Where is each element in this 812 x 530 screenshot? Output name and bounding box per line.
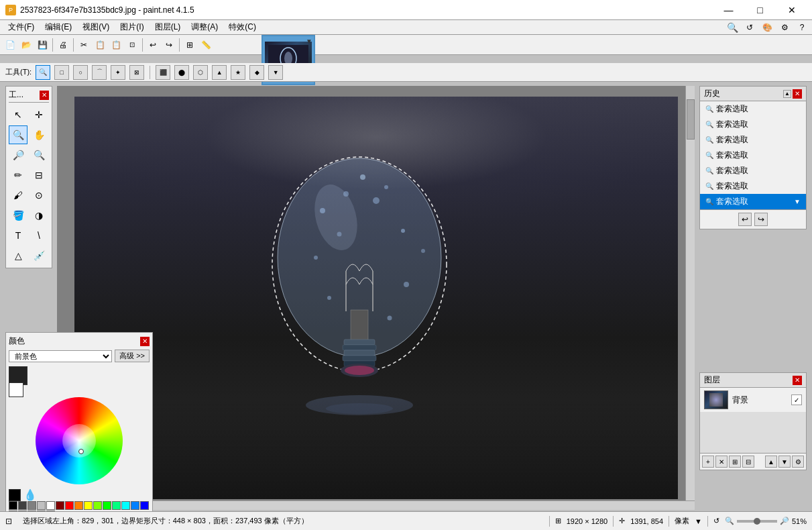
shape-circ-btn[interactable]: ⬤ bbox=[174, 65, 189, 80]
duplicate-layer-btn[interactable]: ⊞ bbox=[729, 456, 741, 468]
lasso-select-btn[interactable]: ⌒ bbox=[92, 65, 107, 80]
color-swatch[interactable] bbox=[56, 501, 64, 510]
new-button[interactable]: 📄 bbox=[3, 38, 17, 52]
color-swatch[interactable] bbox=[37, 501, 46, 510]
layer-item-background[interactable]: 背景 ✓ bbox=[700, 388, 806, 413]
save-button[interactable]: 💾 bbox=[35, 38, 50, 52]
color-swatch[interactable] bbox=[74, 501, 83, 510]
zoom-out-icon[interactable]: 🔍 bbox=[725, 517, 734, 525]
gradient-tool[interactable]: ◑ bbox=[30, 206, 48, 225]
color-wheel[interactable] bbox=[36, 397, 123, 484]
color-swatch[interactable] bbox=[121, 501, 130, 510]
print-button[interactable]: 🖨 bbox=[56, 38, 70, 52]
merge-down-btn[interactable]: ⊟ bbox=[742, 456, 754, 468]
zoom-tool-icon[interactable]: 🔍 bbox=[725, 20, 740, 35]
menu-adjust[interactable]: 调整(A) bbox=[186, 20, 223, 34]
history-item[interactable]: 🔍 套索选取 bbox=[700, 178, 806, 194]
v-scroll-thumb[interactable] bbox=[687, 99, 695, 140]
line-tool[interactable]: \ bbox=[30, 226, 48, 245]
color-swatch[interactable] bbox=[65, 501, 74, 510]
stamp-tool[interactable]: ⊙ bbox=[30, 186, 48, 205]
menu-edit[interactable]: 编辑(E) bbox=[40, 20, 77, 34]
main-canvas[interactable] bbox=[74, 97, 678, 499]
unit-dropdown[interactable]: ▼ bbox=[695, 517, 702, 525]
black-swatch[interactable] bbox=[9, 489, 21, 501]
zoom-slider[interactable] bbox=[737, 520, 777, 523]
paste-button[interactable]: 📋 bbox=[109, 38, 123, 52]
color-icon[interactable]: 🎨 bbox=[760, 20, 774, 35]
delete-layer-btn[interactable]: ✕ bbox=[715, 456, 728, 468]
move-tool[interactable]: ✛ bbox=[30, 105, 48, 124]
tools-close-button[interactable]: ✕ bbox=[40, 91, 49, 100]
color-swatch[interactable] bbox=[27, 501, 36, 510]
zoom-in-icon[interactable]: 🔎 bbox=[780, 517, 789, 525]
history-item[interactable]: 🔍 套索选取 bbox=[700, 163, 806, 178]
menu-file[interactable]: 文件(F) bbox=[3, 20, 40, 34]
ellipse-select-btn[interactable]: ○ bbox=[73, 65, 88, 80]
vertical-scrollbar[interactable] bbox=[685, 86, 695, 500]
layers-close-button[interactable]: ✕ bbox=[793, 376, 802, 385]
redo-button[interactable]: ↪ bbox=[162, 38, 176, 52]
history-item[interactable]: 🔍 套索选取 bbox=[700, 117, 806, 132]
add-layer-btn[interactable]: + bbox=[702, 456, 714, 468]
tab-dropdown-icon[interactable]: ▼ bbox=[306, 38, 312, 45]
magic-wand-btn[interactable]: ✦ bbox=[111, 65, 125, 80]
color-fill-tool[interactable]: 🪣 bbox=[9, 206, 27, 225]
menu-effects[interactable]: 特效(C) bbox=[223, 20, 262, 34]
color-swatch[interactable] bbox=[93, 501, 102, 510]
shape-hex-btn[interactable]: ⬡ bbox=[193, 65, 208, 80]
lasso-tool-btn[interactable]: 🔍 bbox=[36, 65, 50, 80]
eraser-tool[interactable]: ⊟ bbox=[30, 166, 48, 184]
layer-visibility-toggle[interactable]: ✓ bbox=[791, 394, 802, 405]
zoom-in-tool[interactable]: 🔎 bbox=[9, 146, 27, 164]
menu-layers[interactable]: 图层(L) bbox=[150, 20, 186, 34]
menu-view[interactable]: 视图(V) bbox=[77, 20, 115, 34]
history-item-active[interactable]: 🔍 套索选取 ▼ bbox=[700, 194, 806, 209]
color-swatch[interactable] bbox=[140, 501, 149, 510]
eyedropper-tool[interactable]: 💉 bbox=[30, 246, 48, 265]
help-icon[interactable]: ? bbox=[795, 20, 809, 35]
maximize-button[interactable]: □ bbox=[745, 3, 775, 17]
color-swatch[interactable] bbox=[103, 501, 111, 510]
brush-tool[interactable]: 🖌 bbox=[9, 186, 27, 205]
history-close-button[interactable]: ✕ bbox=[793, 89, 802, 99]
shape-tri-btn[interactable]: ▲ bbox=[212, 65, 227, 80]
shape-diamond-btn[interactable]: ◆ bbox=[249, 65, 264, 80]
shape-star-btn[interactable]: ★ bbox=[231, 65, 245, 80]
background-swatch[interactable] bbox=[9, 382, 23, 397]
color-close-button[interactable]: ✕ bbox=[140, 337, 150, 346]
rect-select-btn[interactable]: □ bbox=[54, 65, 69, 80]
ruler-button[interactable]: 📏 bbox=[198, 38, 213, 52]
color-swatch[interactable] bbox=[84, 501, 93, 510]
color-swatch[interactable] bbox=[131, 501, 139, 510]
open-button[interactable]: 📂 bbox=[19, 38, 34, 52]
color-swatch[interactable] bbox=[46, 501, 55, 510]
rotate-icon[interactable]: ↺ bbox=[742, 20, 757, 35]
history-item[interactable]: 🔍 套索选取 bbox=[700, 132, 806, 148]
layer-down-btn[interactable]: ▼ bbox=[778, 456, 791, 468]
deselect-button[interactable]: ⊡ bbox=[125, 38, 139, 52]
color-mode-dropdown[interactable]: 前景色 背景色 bbox=[9, 350, 112, 362]
layer-up-btn[interactable]: ▲ bbox=[765, 456, 777, 468]
menu-image[interactable]: 图片(I) bbox=[115, 20, 149, 34]
scroll-tool[interactable]: ✋ bbox=[30, 125, 48, 144]
color-advanced-btn[interactable]: 高级 >> bbox=[115, 350, 150, 362]
shape-rect-btn[interactable]: ⬛ bbox=[156, 65, 170, 80]
lasso-tool[interactable]: 🔍 bbox=[9, 125, 27, 144]
history-item[interactable]: 🔍 套索选取 bbox=[700, 101, 806, 117]
history-item[interactable]: 🔍 套索选取 bbox=[700, 148, 806, 163]
color-swatch[interactable] bbox=[18, 501, 27, 510]
shape-more-btn[interactable]: ▼ bbox=[268, 65, 283, 80]
copy-button[interactable]: 📋 bbox=[93, 38, 107, 52]
grid-button[interactable]: ⊞ bbox=[182, 38, 197, 52]
color-swatch[interactable] bbox=[112, 501, 121, 510]
history-undo-btn[interactable]: ↩ bbox=[738, 213, 752, 226]
select-all-btn[interactable]: ⊠ bbox=[129, 65, 144, 80]
text-tool[interactable]: T bbox=[9, 226, 27, 245]
pencil-tool[interactable]: ✏ bbox=[9, 166, 27, 184]
color-swatch[interactable] bbox=[9, 501, 17, 510]
color-picker-icon[interactable]: 💧 bbox=[23, 488, 37, 501]
minimize-button[interactable]: — bbox=[713, 3, 744, 17]
settings-icon[interactable]: ⚙ bbox=[777, 20, 792, 35]
zoom-out-tool[interactable]: 🔍 bbox=[30, 146, 48, 164]
